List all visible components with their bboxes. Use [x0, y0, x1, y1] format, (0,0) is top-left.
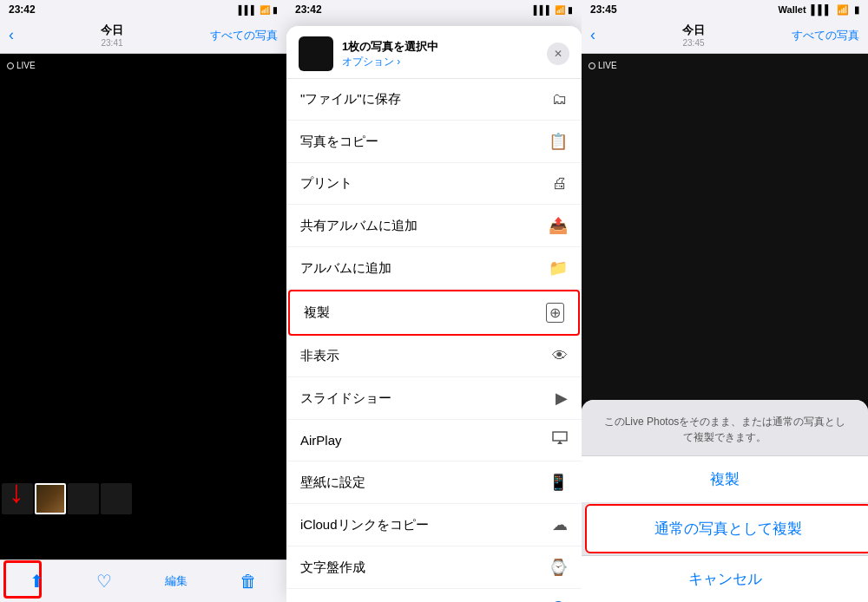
- share-item-duplicate-label: 複製: [304, 304, 330, 321]
- hide-icon: 👁: [552, 347, 568, 365]
- share-header-thumbnail: [299, 36, 333, 71]
- right-signal-icon: ▌▌▌: [812, 4, 832, 15]
- share-item-copy-photo-label: 写真をコピー: [300, 134, 378, 150]
- share-item-watch-face[interactable]: 文字盤作成 ⌚: [286, 546, 582, 589]
- right-wallet-label: Wallet: [779, 4, 806, 15]
- share-item-album[interactable]: アルバムに追加 📁: [286, 247, 582, 290]
- middle-wifi-icon: 📶: [555, 5, 565, 15]
- share-item-icloud-link[interactable]: iCloudリンクをコピー ☁: [286, 504, 582, 546]
- share-button[interactable]: ⬆: [19, 567, 55, 595]
- right-battery-icon: ▮: [854, 4, 859, 16]
- share-item-print-label: プリント: [300, 175, 352, 192]
- middle-status-icons: ▌▌▌ 📶 ▮: [534, 5, 573, 15]
- left-bottom-toolbar: ⬆ ♡ 編集 🗑: [0, 559, 286, 602]
- right-status-right: Wallet ▌▌▌ 📶 ▮: [779, 4, 859, 16]
- middle-battery-icon: ▮: [568, 5, 573, 15]
- icloud-link-icon: ☁: [552, 515, 568, 534]
- signal-icon: ▌▌▌: [239, 5, 257, 15]
- live-label: LIVE: [16, 61, 36, 70]
- share-item-save-file-label: "ファイル"に保存: [300, 91, 401, 108]
- share-item-shared-album-label: 共有アルバムに追加: [300, 218, 418, 234]
- copy-photo-icon: 📋: [549, 132, 568, 151]
- middle-signal-icon: ▌▌▌: [534, 5, 552, 15]
- left-nav-action[interactable]: すべての写真: [210, 28, 278, 43]
- share-item-airplay[interactable]: AirPlay: [286, 420, 582, 461]
- share-options-link[interactable]: オプション ›: [342, 55, 547, 69]
- left-status-icons: ▌▌▌ 📶 ▮: [239, 5, 278, 15]
- right-time: 23:45: [590, 3, 617, 16]
- left-nav-subtitle: 23:41: [101, 38, 123, 48]
- red-arrow-indicator: ↓: [9, 476, 24, 507]
- right-nav-title-main: 今日: [682, 23, 705, 38]
- share-item-airplay-label: AirPlay: [300, 433, 342, 448]
- save-file-icon: 🗂: [552, 90, 568, 108]
- left-nav-title: 今日 23:41: [101, 23, 123, 48]
- film-thumb-3[interactable]: [68, 483, 99, 514]
- share-close-button[interactable]: ✕: [547, 43, 569, 65]
- right-nav-action[interactable]: すべての写真: [792, 28, 859, 43]
- watch-face-icon: ⌚: [549, 558, 568, 577]
- album-icon: 📁: [549, 258, 568, 278]
- left-photo-area: LIVE ↓: [0, 54, 286, 559]
- middle-time: 23:42: [295, 3, 322, 16]
- right-nav-title: 今日 23:45: [682, 23, 705, 48]
- share-item-print[interactable]: プリント 🖨: [286, 163, 582, 205]
- share-item-shared-album[interactable]: 共有アルバムに追加 📤: [286, 205, 582, 247]
- share-item-album-label: アルバムに追加: [300, 260, 391, 277]
- left-live-badge: LIVE: [7, 61, 36, 70]
- share-item-duplicate[interactable]: 複製 ⊕: [288, 290, 580, 336]
- share-item-wallpaper-label: 壁紙に設定: [300, 474, 365, 491]
- right-nav-subtitle: 23:45: [682, 38, 705, 48]
- trash-button[interactable]: 🗑: [229, 568, 267, 595]
- share-item-slideshow[interactable]: スライドショー ▶: [286, 377, 582, 420]
- share-item-icloud-link-label: iCloudリンクをコピー: [300, 517, 429, 533]
- right-back-button[interactable]: ‹: [590, 26, 595, 44]
- left-chevron-icon: ‹: [9, 26, 14, 44]
- battery-icon: ▮: [273, 5, 278, 15]
- right-status-bar: 23:45 Wallet ▌▌▌ 📶 ▮: [582, 0, 868, 19]
- share-sheet-header: 1枚の写真を選択中 オプション › ✕: [286, 26, 582, 79]
- right-wifi-icon: 📶: [837, 4, 849, 16]
- share-item-slideshow-label: スライドショー: [300, 390, 391, 407]
- film-strip: [0, 481, 286, 516]
- share-item-save-file[interactable]: "ファイル"に保存 🗂: [286, 79, 582, 121]
- live-dot-icon: [7, 62, 14, 69]
- share-item-assign-contact[interactable]: 連絡先に割り当てる 👤: [286, 589, 582, 602]
- right-live-dot-icon: [589, 62, 595, 69]
- share-header-info: 1枚の写真を選択中 オプション ›: [342, 39, 547, 69]
- duplicate-dialog-message: このLive Photosをそのまま、または通常の写真として複製できます。: [582, 400, 868, 455]
- film-thumb-4[interactable]: [101, 483, 132, 514]
- left-time: 23:42: [9, 3, 36, 16]
- left-nav-title-main: 今日: [101, 23, 123, 38]
- share-item-wallpaper[interactable]: 壁紙に設定 📱: [286, 461, 582, 504]
- left-nav-bar: ‹ 今日 23:41 すべての写真: [0, 19, 286, 54]
- wallpaper-icon: 📱: [549, 473, 568, 492]
- film-thumb-2[interactable]: [35, 483, 66, 514]
- cancel-button[interactable]: キャンセル: [582, 555, 868, 602]
- left-back-button[interactable]: ‹: [9, 26, 14, 44]
- middle-panel: 23:42 ▌▌▌ 📶 ▮ 1枚の写真を選択中 オプション › ✕ "ファイル"…: [286, 0, 582, 602]
- right-live-badge: LIVE: [589, 61, 617, 70]
- edit-button[interactable]: 編集: [155, 570, 198, 592]
- right-panel: 23:45 Wallet ▌▌▌ 📶 ▮ ‹ 今日 23:45 すべての写真 L…: [582, 0, 868, 602]
- right-chevron-icon: ‹: [590, 26, 595, 44]
- share-sheet: 1枚の写真を選択中 オプション › ✕ "ファイル"に保存 🗂 写真をコピー 📋…: [286, 26, 582, 602]
- shared-album-icon: 📤: [549, 216, 568, 235]
- share-item-watch-face-label: 文字盤作成: [300, 559, 365, 576]
- slideshow-icon: ▶: [556, 389, 568, 408]
- share-item-hide[interactable]: 非表示 👁: [286, 336, 582, 377]
- duplicate-dialog: このLive Photosをそのまま、または通常の写真として複製できます。 複製…: [582, 400, 868, 602]
- share-item-hide-label: 非表示: [300, 348, 339, 364]
- heart-button[interactable]: ♡: [86, 567, 122, 595]
- duplicate-as-normal-button[interactable]: 通常の写真として複製: [585, 504, 868, 553]
- share-header-title: 1枚の写真を選択中: [342, 39, 547, 55]
- share-item-copy-photo[interactable]: 写真をコピー 📋: [286, 121, 582, 163]
- left-status-bar: 23:42 ▌▌▌ 📶 ▮: [0, 0, 286, 19]
- duplicate-dialog-overlay: このLive Photosをそのまま、または通常の写真として複製できます。 複製…: [582, 400, 868, 602]
- left-panel: 23:42 ▌▌▌ 📶 ▮ ‹ 今日 23:41 すべての写真 LIVE: [0, 0, 286, 602]
- middle-status-bar: 23:42 ▌▌▌ 📶 ▮: [286, 0, 582, 19]
- wifi-icon: 📶: [260, 5, 270, 15]
- duplicate-button[interactable]: 複製: [582, 455, 868, 502]
- share-list: "ファイル"に保存 🗂 写真をコピー 📋 プリント 🖨 共有アルバムに追加 📤 …: [286, 79, 582, 602]
- right-live-label: LIVE: [598, 61, 617, 70]
